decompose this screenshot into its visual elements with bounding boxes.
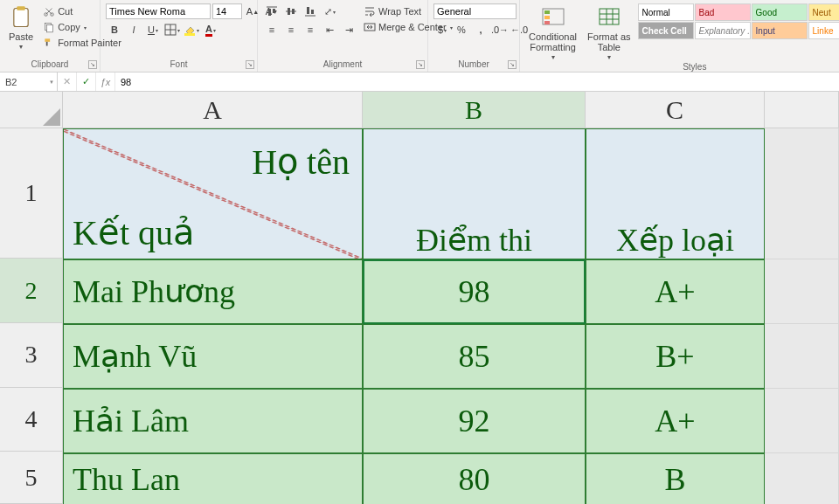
style-normal[interactable]: Normal bbox=[638, 3, 694, 21]
cell-D1[interactable] bbox=[765, 128, 839, 259]
percent-format-button[interactable]: % bbox=[453, 22, 470, 38]
row-header-5[interactable]: 5 bbox=[0, 452, 63, 504]
align-center-button[interactable]: ≡ bbox=[282, 22, 300, 38]
styles-group-label: Styles bbox=[683, 62, 706, 72]
cell-A2[interactable]: Mai Phương bbox=[63, 259, 363, 324]
conditional-formatting-button[interactable]: Conditional Formatting▾ bbox=[525, 3, 580, 62]
svg-rect-9 bbox=[184, 33, 195, 36]
align-top-button[interactable] bbox=[263, 3, 281, 19]
cell-C4[interactable]: A+ bbox=[586, 389, 765, 453]
style-explanatory[interactable]: Explanatory ... bbox=[695, 22, 751, 39]
col-header-D[interactable] bbox=[765, 92, 839, 128]
ribbon: Paste ▾ Cut Copy▾ Format Painter Clipboa… bbox=[0, 0, 839, 72]
alignment-expand-icon[interactable]: ↘ bbox=[416, 60, 425, 69]
increase-decimal-button[interactable]: .0→ bbox=[491, 22, 509, 38]
font-color-button[interactable]: A▾ bbox=[202, 22, 219, 38]
row-header-3[interactable]: 3 bbox=[0, 323, 63, 388]
cell-D4[interactable] bbox=[765, 389, 839, 453]
group-alignment: ⤢▾ ≡ ≡ ≡ ⇤ ⇥ Wrap Text Merge & Center▾ bbox=[258, 0, 428, 72]
svg-rect-17 bbox=[307, 7, 309, 14]
cell-D5[interactable] bbox=[765, 453, 839, 504]
svg-rect-1 bbox=[17, 6, 24, 10]
cell-B5[interactable]: 80 bbox=[363, 453, 586, 504]
number-format-combo[interactable] bbox=[433, 3, 517, 19]
copy-label: Copy bbox=[58, 22, 80, 32]
cell-C2[interactable]: A+ bbox=[586, 259, 765, 324]
cell-A3[interactable]: Mạnh Vũ bbox=[63, 324, 363, 389]
cell-styles-gallery[interactable]: Normal Bad Good Neut Check Cell Explanat… bbox=[638, 3, 839, 39]
row-header-1[interactable]: 1 bbox=[0, 128, 63, 259]
number-expand-icon[interactable]: ↘ bbox=[508, 60, 517, 69]
cell-D2[interactable] bbox=[765, 259, 839, 324]
underline-button[interactable]: U▾ bbox=[144, 22, 162, 38]
formula-bar: B2 ✕ ✓ ƒx bbox=[0, 72, 839, 92]
fx-icon[interactable]: ƒx bbox=[96, 72, 115, 91]
style-linked-cell[interactable]: Linke bbox=[808, 22, 839, 39]
wrap-text-label: Wrap Text bbox=[378, 6, 421, 17]
formula-input[interactable] bbox=[115, 72, 839, 91]
confirm-formula-icon[interactable]: ✓ bbox=[77, 72, 96, 91]
row-header-4[interactable]: 4 bbox=[0, 388, 63, 452]
borders-icon bbox=[164, 24, 177, 36]
col-header-B[interactable]: B bbox=[363, 92, 586, 128]
cell-A5[interactable]: Thu Lan bbox=[63, 453, 363, 504]
align-middle-button[interactable] bbox=[282, 3, 300, 19]
merge-icon bbox=[364, 21, 376, 33]
format-as-table-label: Format as Table bbox=[587, 31, 631, 52]
paste-button[interactable]: Paste ▾ bbox=[5, 3, 37, 52]
bold-button[interactable]: B bbox=[106, 22, 123, 38]
comma-format-button[interactable]: , bbox=[472, 22, 489, 38]
svg-rect-24 bbox=[600, 9, 619, 24]
orientation-button[interactable]: ⤢▾ bbox=[321, 3, 338, 19]
column-headers: A B C bbox=[63, 92, 839, 128]
cell-B4[interactable]: 92 bbox=[363, 389, 586, 453]
font-family-combo[interactable] bbox=[106, 3, 211, 19]
decrease-indent-button[interactable]: ⇤ bbox=[321, 22, 338, 38]
row-headers: 1 2 3 4 5 bbox=[0, 128, 63, 504]
select-all-corner[interactable] bbox=[0, 92, 63, 128]
svg-rect-22 bbox=[544, 16, 550, 19]
cell-grid: Họ tên Kết quả Điểm thi Xếp loại Mai Phư… bbox=[63, 128, 839, 504]
cell-B2[interactable]: 98 bbox=[363, 259, 586, 324]
cell-C5[interactable]: B bbox=[586, 453, 765, 504]
cancel-formula-icon[interactable]: ✕ bbox=[58, 72, 77, 91]
group-number: $▾ % , .0→ ←.0 Number↘ bbox=[428, 0, 520, 72]
font-size-combo[interactable] bbox=[212, 3, 242, 19]
increase-indent-button[interactable]: ⇥ bbox=[340, 22, 357, 38]
svg-rect-15 bbox=[292, 9, 295, 14]
style-neutral[interactable]: Neut bbox=[808, 3, 839, 21]
accounting-format-button[interactable]: $▾ bbox=[433, 22, 451, 38]
cut-label: Cut bbox=[58, 6, 73, 17]
style-input[interactable]: Input bbox=[752, 22, 808, 39]
row-header-2[interactable]: 2 bbox=[0, 259, 63, 323]
fill-color-button[interactable]: ▾ bbox=[183, 22, 200, 38]
clipboard-expand-icon[interactable]: ↘ bbox=[88, 60, 97, 69]
A1-lower-label: Kết quả bbox=[73, 212, 195, 253]
borders-button[interactable]: ▾ bbox=[163, 22, 181, 38]
cell-B3[interactable]: 85 bbox=[363, 324, 586, 389]
align-bottom-button[interactable] bbox=[302, 3, 319, 19]
cell-B1[interactable]: Điểm thi bbox=[363, 128, 586, 259]
clipboard-label: Clipboard bbox=[31, 59, 69, 69]
style-bad[interactable]: Bad bbox=[695, 3, 751, 21]
col-header-A[interactable]: A bbox=[63, 92, 363, 128]
cell-A4[interactable]: Hải Lâm bbox=[63, 389, 363, 453]
paste-label: Paste bbox=[9, 31, 33, 42]
col-header-C[interactable]: C bbox=[586, 92, 765, 128]
svg-rect-23 bbox=[544, 21, 550, 24]
align-right-button[interactable]: ≡ bbox=[302, 22, 319, 38]
font-expand-icon[interactable]: ↘ bbox=[246, 60, 254, 69]
svg-rect-18 bbox=[311, 10, 314, 14]
conditional-formatting-label: Conditional Formatting bbox=[529, 31, 577, 52]
cell-A1[interactable]: Họ tên Kết quả bbox=[63, 128, 363, 259]
format-as-table-button[interactable]: Format as Table▾ bbox=[584, 3, 634, 62]
worksheet[interactable]: A B C 1 2 3 4 5 Họ tên Kết quả Điểm thi … bbox=[0, 92, 839, 504]
cell-D3[interactable] bbox=[765, 324, 839, 389]
align-left-button[interactable]: ≡ bbox=[263, 22, 281, 38]
cell-C3[interactable]: B+ bbox=[586, 324, 765, 389]
cell-C1[interactable]: Xếp loại bbox=[586, 128, 765, 259]
italic-button[interactable]: I bbox=[125, 22, 142, 38]
style-check-cell[interactable]: Check Cell bbox=[638, 22, 694, 39]
name-box[interactable]: B2 bbox=[0, 72, 58, 91]
style-good[interactable]: Good bbox=[752, 3, 808, 21]
